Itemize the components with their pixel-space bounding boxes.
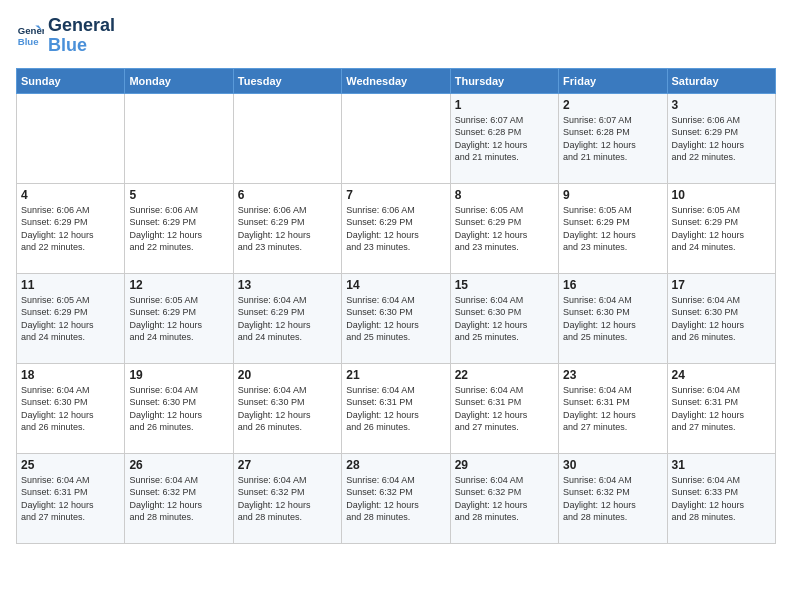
day-number: 29 [455, 458, 554, 472]
day-info: Sunrise: 6:04 AM Sunset: 6:30 PM Dayligh… [672, 294, 771, 344]
day-info: Sunrise: 6:04 AM Sunset: 6:29 PM Dayligh… [238, 294, 337, 344]
day-number: 8 [455, 188, 554, 202]
weekday-header-monday: Monday [125, 68, 233, 93]
day-number: 3 [672, 98, 771, 112]
calendar-body: 1Sunrise: 6:07 AM Sunset: 6:28 PM Daylig… [17, 93, 776, 543]
day-number: 5 [129, 188, 228, 202]
calendar-cell: 17Sunrise: 6:04 AM Sunset: 6:30 PM Dayli… [667, 273, 775, 363]
svg-text:General: General [18, 25, 44, 36]
calendar-cell: 27Sunrise: 6:04 AM Sunset: 6:32 PM Dayli… [233, 453, 341, 543]
calendar-cell: 20Sunrise: 6:04 AM Sunset: 6:30 PM Dayli… [233, 363, 341, 453]
day-info: Sunrise: 6:06 AM Sunset: 6:29 PM Dayligh… [21, 204, 120, 254]
day-info: Sunrise: 6:04 AM Sunset: 6:32 PM Dayligh… [455, 474, 554, 524]
day-number: 17 [672, 278, 771, 292]
day-info: Sunrise: 6:04 AM Sunset: 6:32 PM Dayligh… [129, 474, 228, 524]
weekday-header-friday: Friday [559, 68, 667, 93]
week-row-1: 4Sunrise: 6:06 AM Sunset: 6:29 PM Daylig… [17, 183, 776, 273]
day-number: 20 [238, 368, 337, 382]
calendar-cell: 31Sunrise: 6:04 AM Sunset: 6:33 PM Dayli… [667, 453, 775, 543]
calendar-cell: 30Sunrise: 6:04 AM Sunset: 6:32 PM Dayli… [559, 453, 667, 543]
calendar-cell: 22Sunrise: 6:04 AM Sunset: 6:31 PM Dayli… [450, 363, 558, 453]
logo: General Blue General Blue [16, 16, 115, 56]
day-number: 15 [455, 278, 554, 292]
day-number: 10 [672, 188, 771, 202]
day-info: Sunrise: 6:04 AM Sunset: 6:32 PM Dayligh… [346, 474, 445, 524]
calendar-cell: 25Sunrise: 6:04 AM Sunset: 6:31 PM Dayli… [17, 453, 125, 543]
calendar-cell: 19Sunrise: 6:04 AM Sunset: 6:30 PM Dayli… [125, 363, 233, 453]
weekday-header-tuesday: Tuesday [233, 68, 341, 93]
calendar-cell: 6Sunrise: 6:06 AM Sunset: 6:29 PM Daylig… [233, 183, 341, 273]
logo-text: General Blue [48, 16, 115, 56]
day-info: Sunrise: 6:06 AM Sunset: 6:29 PM Dayligh… [238, 204, 337, 254]
day-number: 30 [563, 458, 662, 472]
calendar-cell: 1Sunrise: 6:07 AM Sunset: 6:28 PM Daylig… [450, 93, 558, 183]
calendar-cell: 15Sunrise: 6:04 AM Sunset: 6:30 PM Dayli… [450, 273, 558, 363]
day-number: 19 [129, 368, 228, 382]
day-number: 1 [455, 98, 554, 112]
day-info: Sunrise: 6:07 AM Sunset: 6:28 PM Dayligh… [563, 114, 662, 164]
day-number: 22 [455, 368, 554, 382]
calendar-cell: 21Sunrise: 6:04 AM Sunset: 6:31 PM Dayli… [342, 363, 450, 453]
day-info: Sunrise: 6:04 AM Sunset: 6:31 PM Dayligh… [346, 384, 445, 434]
calendar-cell: 13Sunrise: 6:04 AM Sunset: 6:29 PM Dayli… [233, 273, 341, 363]
day-info: Sunrise: 6:04 AM Sunset: 6:32 PM Dayligh… [563, 474, 662, 524]
calendar-cell: 3Sunrise: 6:06 AM Sunset: 6:29 PM Daylig… [667, 93, 775, 183]
day-number: 6 [238, 188, 337, 202]
day-info: Sunrise: 6:04 AM Sunset: 6:31 PM Dayligh… [672, 384, 771, 434]
day-number: 4 [21, 188, 120, 202]
day-info: Sunrise: 6:04 AM Sunset: 6:30 PM Dayligh… [129, 384, 228, 434]
calendar-cell: 5Sunrise: 6:06 AM Sunset: 6:29 PM Daylig… [125, 183, 233, 273]
day-info: Sunrise: 6:06 AM Sunset: 6:29 PM Dayligh… [129, 204, 228, 254]
day-info: Sunrise: 6:04 AM Sunset: 6:31 PM Dayligh… [21, 474, 120, 524]
page-header: General Blue General Blue [16, 16, 776, 56]
day-number: 7 [346, 188, 445, 202]
calendar-cell: 14Sunrise: 6:04 AM Sunset: 6:30 PM Dayli… [342, 273, 450, 363]
day-number: 25 [21, 458, 120, 472]
day-number: 14 [346, 278, 445, 292]
day-number: 21 [346, 368, 445, 382]
weekday-row: SundayMondayTuesdayWednesdayThursdayFrid… [17, 68, 776, 93]
calendar-cell: 8Sunrise: 6:05 AM Sunset: 6:29 PM Daylig… [450, 183, 558, 273]
day-number: 28 [346, 458, 445, 472]
weekday-header-saturday: Saturday [667, 68, 775, 93]
day-info: Sunrise: 6:04 AM Sunset: 6:30 PM Dayligh… [563, 294, 662, 344]
calendar-cell [342, 93, 450, 183]
day-number: 23 [563, 368, 662, 382]
svg-text:Blue: Blue [18, 36, 39, 47]
calendar-cell: 4Sunrise: 6:06 AM Sunset: 6:29 PM Daylig… [17, 183, 125, 273]
calendar-cell: 29Sunrise: 6:04 AM Sunset: 6:32 PM Dayli… [450, 453, 558, 543]
day-number: 16 [563, 278, 662, 292]
week-row-0: 1Sunrise: 6:07 AM Sunset: 6:28 PM Daylig… [17, 93, 776, 183]
day-info: Sunrise: 6:06 AM Sunset: 6:29 PM Dayligh… [346, 204, 445, 254]
calendar-header: SundayMondayTuesdayWednesdayThursdayFrid… [17, 68, 776, 93]
day-number: 24 [672, 368, 771, 382]
calendar-cell: 18Sunrise: 6:04 AM Sunset: 6:30 PM Dayli… [17, 363, 125, 453]
day-info: Sunrise: 6:05 AM Sunset: 6:29 PM Dayligh… [21, 294, 120, 344]
week-row-4: 25Sunrise: 6:04 AM Sunset: 6:31 PM Dayli… [17, 453, 776, 543]
day-number: 18 [21, 368, 120, 382]
calendar-cell: 23Sunrise: 6:04 AM Sunset: 6:31 PM Dayli… [559, 363, 667, 453]
day-info: Sunrise: 6:05 AM Sunset: 6:29 PM Dayligh… [672, 204, 771, 254]
day-info: Sunrise: 6:04 AM Sunset: 6:30 PM Dayligh… [455, 294, 554, 344]
weekday-header-thursday: Thursday [450, 68, 558, 93]
day-info: Sunrise: 6:04 AM Sunset: 6:31 PM Dayligh… [563, 384, 662, 434]
calendar-cell [17, 93, 125, 183]
calendar-cell: 10Sunrise: 6:05 AM Sunset: 6:29 PM Dayli… [667, 183, 775, 273]
day-number: 2 [563, 98, 662, 112]
day-info: Sunrise: 6:04 AM Sunset: 6:31 PM Dayligh… [455, 384, 554, 434]
day-number: 12 [129, 278, 228, 292]
day-info: Sunrise: 6:04 AM Sunset: 6:30 PM Dayligh… [21, 384, 120, 434]
week-row-3: 18Sunrise: 6:04 AM Sunset: 6:30 PM Dayli… [17, 363, 776, 453]
day-info: Sunrise: 6:04 AM Sunset: 6:32 PM Dayligh… [238, 474, 337, 524]
calendar-cell [125, 93, 233, 183]
calendar-cell: 7Sunrise: 6:06 AM Sunset: 6:29 PM Daylig… [342, 183, 450, 273]
day-number: 13 [238, 278, 337, 292]
calendar-cell: 26Sunrise: 6:04 AM Sunset: 6:32 PM Dayli… [125, 453, 233, 543]
day-number: 31 [672, 458, 771, 472]
weekday-header-wednesday: Wednesday [342, 68, 450, 93]
day-info: Sunrise: 6:04 AM Sunset: 6:33 PM Dayligh… [672, 474, 771, 524]
calendar-cell: 11Sunrise: 6:05 AM Sunset: 6:29 PM Dayli… [17, 273, 125, 363]
calendar-cell: 28Sunrise: 6:04 AM Sunset: 6:32 PM Dayli… [342, 453, 450, 543]
calendar-cell: 24Sunrise: 6:04 AM Sunset: 6:31 PM Dayli… [667, 363, 775, 453]
day-info: Sunrise: 6:05 AM Sunset: 6:29 PM Dayligh… [455, 204, 554, 254]
